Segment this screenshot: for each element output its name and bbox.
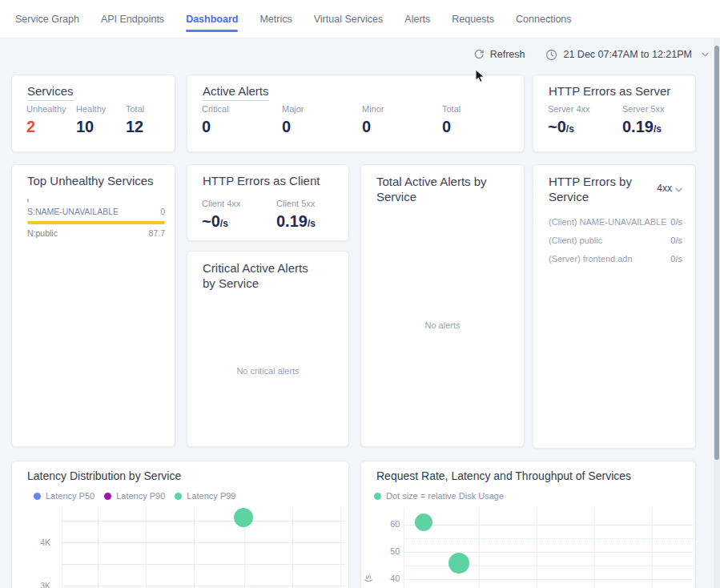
gridline: [62, 507, 62, 588]
tab-requests[interactable]: Requests: [452, 0, 494, 38]
top-unhealthy-card-title: Top Unhealthy Services: [27, 174, 154, 187]
http-errors-by-service-card: HTTP Errors by Service 4xx (Client) NAME…: [533, 164, 696, 449]
service-health-bar: [27, 221, 165, 224]
metric-value: 2: [26, 118, 76, 136]
legend-dot: [104, 493, 111, 500]
refresh-label: Refresh: [490, 49, 525, 60]
chart-legend: Dot size = relative Disk Usage: [374, 491, 504, 501]
http-errors-server-card: HTTP Errors as Server Server 4xx ~0/s Se…: [533, 75, 696, 152]
gridline: [404, 579, 693, 580]
time-range-picker[interactable]: 21 Dec 07:47AM to 12:21PM: [545, 49, 709, 61]
legend-dot: [34, 493, 41, 500]
metric-value: 10: [76, 118, 126, 136]
metric-value: 0.19/s: [276, 212, 351, 231]
tab-connections[interactable]: Connections: [516, 0, 572, 38]
metric-label: Server 4xx: [548, 104, 622, 114]
scatter-plot-request[interactable]: [404, 507, 693, 588]
metric-server-5xx: Server 5xx 0.19/s: [622, 104, 697, 136]
chevron-down-icon: [702, 52, 709, 57]
metric-client-4xx: Client 4xx ~0/s: [202, 199, 276, 231]
gridline: [537, 507, 537, 588]
tab-api-endpoints[interactable]: API Endpoints: [101, 0, 164, 38]
metric-value: 0: [282, 118, 362, 136]
list-item[interactable]: (Client) public 0/s: [549, 232, 682, 250]
legend-label: Dot size = relative Disk Usage: [386, 491, 504, 501]
metric-value: 0: [202, 118, 282, 136]
error-type-dropdown[interactable]: 4xx: [657, 181, 682, 195]
metric-value: ~0/s: [548, 118, 622, 136]
y-axis-tick: 3K: [30, 581, 50, 588]
empty-state-message: No critical alerts: [187, 366, 348, 376]
refresh-button[interactable]: Refresh: [473, 49, 525, 60]
tab-metrics[interactable]: Metrics: [259, 0, 292, 38]
total-alerts-card: Total Active Alerts by Service No alerts: [360, 164, 525, 447]
http-errors-list: (Client) NAME-UNAVAILABLE 0/s (Client) p…: [549, 213, 682, 268]
top-unhealthy-card: Top Unhealthy Services S:NAME-UNAVAILABL…: [11, 164, 175, 447]
list-item[interactable]: (Client) NAME-UNAVAILABLE 0/s: [549, 213, 682, 232]
gridline: [594, 507, 595, 588]
metric-label: Minor: [362, 104, 442, 114]
service-name: S:NAME-UNAVAILABLE: [27, 207, 119, 216]
y-axis-tick: 4K: [30, 538, 50, 547]
latency-distribution-card: Latency Distribution by Service Latency …: [11, 461, 349, 588]
metric-alert-total: Total 0: [442, 104, 522, 136]
metric-server-4xx: Server 4xx ~0/s: [548, 104, 622, 136]
service-name: (Client) public: [549, 236, 602, 245]
toolbar: Refresh 21 Dec 07:47AM to 12:21PM: [0, 40, 709, 69]
service-name: (Server) frontend.adn: [549, 254, 633, 264]
metric-client-5xx: Client 5xx 0.19/s: [276, 199, 351, 231]
active-alerts-metrics: Critical 0 Major 0 Minor 0 Total 0: [202, 104, 522, 136]
mouse-cursor: [475, 69, 485, 87]
critical-alerts-card-title: Critical Active Alerts by Service: [203, 260, 323, 291]
empty-state-message: No alerts: [361, 320, 524, 330]
metric-healthy: Healthy 10: [76, 104, 126, 136]
active-alerts-card: Active Alerts Critical 0 Major 0 Minor 0…: [187, 75, 525, 152]
chart-title: Request Rate, Latency and Throughput of …: [376, 469, 631, 482]
y-axis-tick: 50: [377, 546, 400, 556]
scatter-point: [448, 553, 469, 574]
y-axis-tick: 40: [377, 574, 400, 583]
list-item[interactable]: N:public 87.7: [27, 227, 165, 241]
gridline: [62, 521, 345, 522]
metric-label: Client 4xx: [202, 199, 276, 208]
tab-alerts[interactable]: Alerts: [404, 0, 430, 38]
legend-item-p90[interactable]: Latency P90: [104, 491, 165, 501]
active-alerts-card-title: Active Alerts: [203, 84, 269, 101]
total-alerts-card-title: Total Active Alerts by Service: [376, 174, 505, 204]
dropdown-value: 4xx: [657, 183, 672, 194]
list-item[interactable]: (Server) frontend.adn 0/s: [549, 250, 682, 268]
y-axis-label: (s: [363, 575, 372, 582]
http-server-metrics: Server 4xx ~0/s Server 5xx 0.19/s: [548, 104, 697, 136]
gridline: [62, 542, 345, 543]
scrollbar-thumb[interactable]: [714, 46, 719, 460]
metric-label: Server 5xx: [622, 104, 697, 114]
gridline: [62, 564, 345, 565]
error-rate: 0/s: [670, 254, 682, 264]
metric-label: Healthy: [76, 104, 126, 114]
legend-item-p50[interactable]: Latency P50: [34, 491, 95, 501]
service-value: 87.7: [149, 228, 165, 238]
legend-label: Latency P99: [187, 491, 235, 501]
gridline: [292, 507, 293, 588]
service-name: N:public: [27, 228, 58, 238]
tab-virtual-services[interactable]: Virtual Services: [314, 0, 384, 38]
scatter-plot-latency[interactable]: [62, 507, 345, 588]
metric-critical: Critical 0: [202, 104, 282, 136]
gridline: [98, 507, 99, 588]
metric-label: Major: [282, 104, 362, 114]
legend-item-p99[interactable]: Latency P99: [175, 491, 235, 501]
list-item[interactable]: S:NAME-UNAVAILABLE 0: [27, 205, 165, 219]
services-card-title: Services: [27, 84, 74, 101]
services-card: Services Unhealthy 2 Healthy 10 Total 12: [11, 75, 175, 152]
metric-total: Total 12: [126, 104, 175, 136]
legend-item-disk-usage[interactable]: Dot size = relative Disk Usage: [374, 491, 504, 501]
tab-service-graph[interactable]: Service Graph: [15, 0, 79, 38]
clock-icon: [545, 49, 557, 61]
metric-value: 0.19/s: [622, 118, 697, 136]
tab-dashboard[interactable]: Dashboard: [186, 0, 238, 38]
refresh-icon: [473, 49, 485, 60]
service-value: 0: [160, 207, 165, 216]
metric-value: 12: [126, 118, 175, 136]
gridline: [340, 507, 341, 588]
critical-alerts-card: Critical Active Alerts by Service No cri…: [187, 251, 349, 447]
